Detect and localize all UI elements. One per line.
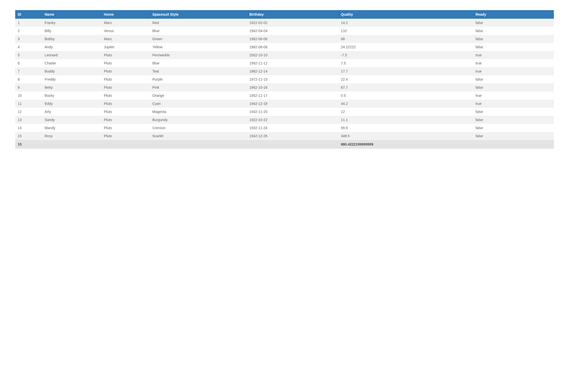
- cell-quality: 24.22222: [338, 43, 473, 51]
- cell-spacesuit: Pink: [150, 83, 247, 91]
- cell-quality: -7.5: [338, 51, 473, 59]
- cell-home: Pluto: [101, 124, 150, 132]
- table-row[interactable]: 2BillyVenusBlue1942-04-04110false: [15, 27, 554, 35]
- cell-quality: 22.4: [338, 75, 473, 83]
- cell-home: Pluto: [101, 59, 150, 67]
- cell-ready: false: [473, 83, 554, 91]
- cell-ready: true: [473, 100, 554, 108]
- cell-home: Jupiter: [101, 43, 150, 51]
- cell-quality: 110: [338, 27, 473, 35]
- footer-quality-sum: 880.4222199999999: [338, 140, 473, 149]
- cell-birthday: 1922-10-22: [247, 116, 338, 124]
- cell-name: Buddy: [42, 67, 101, 75]
- cell-ready: false: [473, 124, 554, 132]
- cell-home: Pluto: [101, 51, 150, 59]
- cell-home: Pluto: [101, 116, 150, 124]
- cell-birthday: 1982-08-08: [247, 43, 338, 51]
- cell-quality: 348.5: [338, 132, 473, 140]
- table-row[interactable]: 4AndyJupiterYellow1982-08-0824.22222fals…: [15, 43, 554, 51]
- table-body: 1FrankyMarsRed1922-02-0214.2false2BillyV…: [15, 19, 554, 140]
- data-table-container: ID Name Home Spacesuit Style Birthday Qu…: [15, 10, 554, 149]
- table-row[interactable]: 3BobbyMarsGreen1962-06-0688false: [15, 35, 554, 43]
- table-row[interactable]: 8FreddyPlutoPurple1972-11-1522.4false: [15, 75, 554, 83]
- column-header-spacesuit[interactable]: Spacesuit Style: [150, 10, 247, 19]
- cell-home: Pluto: [101, 67, 150, 75]
- column-header-home[interactable]: Home: [101, 10, 150, 19]
- table-row[interactable]: 14MandyPlutoCrimson1932-11-2499.9false: [15, 124, 554, 132]
- footer-empty: [150, 140, 247, 149]
- table-row[interactable]: 1FrankyMarsRed1922-02-0214.2false: [15, 19, 554, 27]
- footer-empty: [42, 140, 101, 149]
- column-header-quality[interactable]: Quality: [338, 10, 473, 19]
- cell-id: 1: [15, 19, 42, 27]
- table-header-row: ID Name Home Spacesuit Style Birthday Qu…: [15, 10, 554, 19]
- column-header-ready[interactable]: Ready: [473, 10, 554, 19]
- cell-name: Bucky: [42, 91, 101, 100]
- cell-spacesuit: Crimson: [150, 124, 247, 132]
- cell-name: Bobby: [42, 35, 101, 43]
- cell-spacesuit: Orange: [150, 91, 247, 100]
- cell-home: Pluto: [101, 75, 150, 83]
- cell-quality: 87.7: [338, 83, 473, 91]
- table-row[interactable]: 10BuckyPlutoOrange1952-11-170.5true: [15, 91, 554, 100]
- cell-ready: true: [473, 91, 554, 100]
- cell-birthday: 1942-12-26: [247, 132, 338, 140]
- table-row[interactable]: 13SandyPlutoBurgundy1922-10-2211.1false: [15, 116, 554, 124]
- cell-id: 15: [15, 132, 42, 140]
- cell-quality: 12: [338, 108, 473, 116]
- footer-empty: [473, 140, 554, 149]
- cell-id: 5: [15, 51, 42, 59]
- table-row[interactable]: 12ArtyPlutoMagenta1932-11-2012false: [15, 108, 554, 116]
- cell-name: Andy: [42, 43, 101, 51]
- table-row[interactable]: 5LeonardPlutoPerriwinkle2002-10-10-7.5tr…: [15, 51, 554, 59]
- cell-birthday: 1952-11-17: [247, 91, 338, 100]
- cell-home: Pluto: [101, 132, 150, 140]
- cell-birthday: 1942-12-18: [247, 100, 338, 108]
- cell-birthday: 1932-11-20: [247, 108, 338, 116]
- cell-quality: 11.1: [338, 116, 473, 124]
- cell-ready: false: [473, 108, 554, 116]
- cell-id: 14: [15, 124, 42, 132]
- cell-birthday: 1942-04-04: [247, 27, 338, 35]
- cell-name: Betty: [42, 83, 101, 91]
- cell-home: Venus: [101, 27, 150, 35]
- cell-birthday: 1922-02-02: [247, 19, 338, 27]
- cell-name: Franky: [42, 19, 101, 27]
- cell-home: Pluto: [101, 108, 150, 116]
- footer-count: 15: [15, 140, 42, 149]
- cell-birthday: 2002-10-10: [247, 51, 338, 59]
- cell-spacesuit: Scarlet: [150, 132, 247, 140]
- table-row[interactable]: 9BettyPlutoPink1962-10-1687.7false: [15, 83, 554, 91]
- cell-birthday: 1962-10-16: [247, 83, 338, 91]
- cell-id: 4: [15, 43, 42, 51]
- column-header-id[interactable]: ID: [15, 10, 42, 19]
- cell-id: 3: [15, 35, 42, 43]
- cell-spacesuit: Purple: [150, 75, 247, 83]
- cell-quality: 88: [338, 35, 473, 43]
- cell-id: 2: [15, 27, 42, 35]
- cell-name: Leonard: [42, 51, 101, 59]
- cell-spacesuit: Burgundy: [150, 116, 247, 124]
- cell-spacesuit: Magenta: [150, 108, 247, 116]
- table-row[interactable]: 11EddyPlutoCyan1942-12-1844.2true: [15, 100, 554, 108]
- cell-ready: false: [473, 132, 554, 140]
- cell-ready: false: [473, 35, 554, 43]
- column-header-birthday[interactable]: Birthday: [247, 10, 338, 19]
- cell-ready: true: [473, 59, 554, 67]
- table-row[interactable]: 15RosyPlutoScarlet1942-12-26348.5false: [15, 132, 554, 140]
- table-row[interactable]: 7BuddyPlutoTeal1982-12-1417.7true: [15, 67, 554, 75]
- cell-quality: 7.5: [338, 59, 473, 67]
- cell-name: Mandy: [42, 124, 101, 132]
- cell-name: Eddy: [42, 100, 101, 108]
- cell-ready: false: [473, 116, 554, 124]
- cell-spacesuit: Green: [150, 35, 247, 43]
- cell-spacesuit: Cyan: [150, 100, 247, 108]
- cell-id: 6: [15, 59, 42, 67]
- cell-spacesuit: Teal: [150, 67, 247, 75]
- cell-id: 10: [15, 91, 42, 100]
- table-row[interactable]: 6CharliePlutoBlue1992-11-127.5true: [15, 59, 554, 67]
- cell-spacesuit: Blue: [150, 59, 247, 67]
- cell-birthday: 1962-06-06: [247, 35, 338, 43]
- cell-ready: false: [473, 19, 554, 27]
- column-header-name[interactable]: Name: [42, 10, 101, 19]
